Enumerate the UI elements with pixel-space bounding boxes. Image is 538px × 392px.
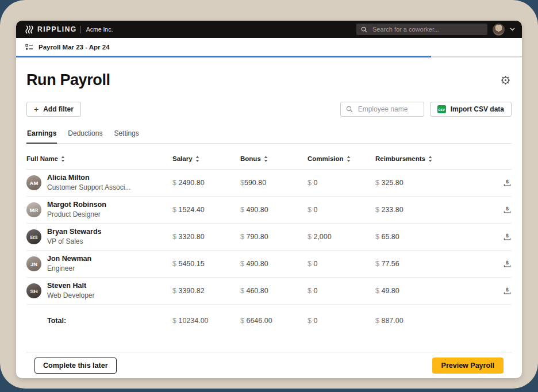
search-icon — [346, 106, 353, 113]
commission-value: $ 0 — [308, 206, 375, 214]
section-tabs: Earnings Deductions Settings — [26, 129, 512, 144]
sort-icon — [347, 156, 351, 162]
salary-value: $ 2490.80 — [172, 179, 240, 187]
complete-later-button[interactable]: Complete this later — [34, 358, 117, 374]
sort-icon — [61, 156, 65, 162]
top-navigation-bar: RIPPLING Acme Inc. — [16, 21, 522, 38]
employee-name: Steven Halt — [47, 282, 95, 291]
total-reimbursement: $ 887.00 — [375, 317, 494, 325]
brand-logo[interactable]: RIPPLING — [25, 25, 77, 34]
employee-role: VP of Sales — [47, 237, 101, 246]
search-icon — [361, 26, 367, 33]
employee-name: Alicia Milton — [47, 174, 130, 183]
column-full-name[interactable]: Full Name — [26, 155, 65, 162]
checklist-icon — [25, 43, 33, 51]
employee-name: Bryan Stewards — [47, 228, 101, 237]
bonus-value: $ 790.80 — [240, 233, 308, 241]
bonus-value: $590.80 — [240, 179, 308, 187]
avatar: MR — [26, 202, 41, 217]
add-filter-button[interactable]: + Add filter — [26, 102, 81, 117]
svg-text:$: $ — [506, 287, 509, 293]
svg-text:$: $ — [506, 260, 509, 266]
coworker-search[interactable] — [356, 24, 487, 35]
employee-role: Product Designer — [47, 210, 106, 219]
plus-icon: + — [34, 105, 39, 113]
sort-icon — [428, 156, 432, 162]
download-paystub-icon[interactable]: $ — [503, 179, 512, 187]
table-row: MRMargot RobinsonProduct Designer$ 1524.… — [26, 197, 512, 224]
total-salary: $ 10234.00 — [172, 317, 240, 325]
brand-name: RIPPLING — [37, 25, 77, 33]
column-commission[interactable]: Commision — [308, 155, 351, 162]
reimbursement-value: $ 325.80 — [375, 179, 494, 187]
commission-value: $ 0 — [308, 260, 375, 268]
download-paystub-icon[interactable]: $ — [503, 206, 512, 214]
employee-name: Margot Robinson — [47, 201, 106, 210]
table-header: Full Name Salary Bonus Commision Reimbur… — [26, 144, 512, 170]
employee-name-input[interactable] — [357, 105, 418, 114]
total-label: Total: — [47, 317, 66, 325]
company-name: Acme Inc. — [86, 26, 113, 33]
table-row: BSBryan StewardsVP of Sales$ 3320.80$ 79… — [26, 224, 512, 251]
import-csv-button[interactable]: csv Import CSV data — [430, 102, 512, 117]
employee-name: Jon Newman — [47, 255, 91, 264]
svg-text:$: $ — [506, 179, 509, 185]
bonus-value: $ 490.80 — [240, 206, 308, 214]
settings-gear-icon[interactable] — [499, 74, 512, 86]
employee-role: Engineer — [47, 264, 91, 273]
avatar: JN — [26, 256, 41, 271]
employee-cell: SHSteven HaltWeb Developer — [26, 282, 172, 300]
employee-role: Web Developer — [47, 291, 95, 300]
avatar: BS — [26, 229, 41, 244]
coworker-search-input[interactable] — [371, 25, 483, 33]
tab-deductions[interactable]: Deductions — [67, 129, 103, 144]
sort-icon — [195, 156, 199, 162]
salary-value: $ 5450.15 — [172, 260, 240, 268]
rippling-logo-icon — [25, 25, 33, 34]
employee-cell: AMAlicia MiltonCustomer Support Associ..… — [26, 174, 172, 192]
employee-cell: JNJon NewmanEngineer — [26, 255, 172, 273]
employee-name-search[interactable] — [340, 102, 424, 117]
page-title: Run Payroll — [26, 71, 110, 89]
employee-cell: BSBryan StewardsVP of Sales — [26, 228, 172, 246]
reimbursement-value: $ 65.80 — [375, 233, 494, 241]
chevron-down-icon[interactable] — [510, 28, 515, 31]
download-paystub-icon[interactable]: $ — [503, 287, 512, 295]
download-paystub-icon[interactable]: $ — [503, 260, 512, 268]
payroll-period-tab[interactable]: Payroll Mar 23 - Apr 24 — [16, 38, 522, 56]
employee-role: Customer Support Associ... — [47, 183, 130, 192]
column-salary[interactable]: Salary — [172, 155, 199, 162]
svg-text:$: $ — [506, 206, 509, 212]
preview-payroll-button[interactable]: Preview Payroll — [432, 358, 504, 374]
divider — [80, 26, 81, 33]
salary-value: $ 3320.80 — [172, 233, 240, 241]
total-commission: $ 0 — [308, 317, 375, 325]
csv-icon: csv — [437, 105, 446, 113]
table-row: SHSteven HaltWeb Developer$ 3390.82$ 460… — [26, 278, 512, 305]
tab-earnings[interactable]: Earnings — [26, 129, 57, 144]
column-reimbursements[interactable]: Reimbursments — [375, 155, 432, 162]
bonus-value: $ 460.80 — [240, 287, 308, 295]
payroll-period-label: Payroll Mar 23 - Apr 24 — [39, 44, 110, 51]
table-body: AMAlicia MiltonCustomer Support Associ..… — [26, 170, 512, 305]
table-total-row: Total: $ 10234.00 $ 6646.00 $ 0 $ 887.00 — [26, 306, 512, 336]
avatar: AM — [26, 175, 41, 190]
tab-settings[interactable]: Settings — [113, 129, 139, 144]
main-content: Run Payroll + Add filter — [16, 57, 522, 378]
download-paystub-icon[interactable]: $ — [503, 233, 512, 241]
column-bonus[interactable]: Bonus — [240, 155, 268, 162]
commission-value: $ 2,000 — [308, 233, 375, 241]
action-footer: Complete this later Preview Payroll — [26, 352, 512, 378]
app-window: RIPPLING Acme Inc. P — [16, 21, 522, 378]
table-row: JNJon NewmanEngineer$ 5450.15$ 490.80$ 0… — [26, 251, 512, 278]
bonus-value: $ 490.80 — [240, 260, 308, 268]
svg-text:$: $ — [506, 233, 509, 239]
sort-icon — [264, 156, 268, 162]
salary-value: $ 3390.82 — [172, 287, 240, 295]
reimbursement-value: $ 49.80 — [375, 287, 494, 295]
reimbursement-value: $ 233.80 — [375, 206, 494, 214]
commission-value: $ 0 — [308, 287, 375, 295]
salary-value: $ 1524.40 — [172, 206, 240, 214]
user-avatar[interactable] — [493, 24, 505, 36]
table-row: AMAlicia MiltonCustomer Support Associ..… — [26, 170, 512, 197]
